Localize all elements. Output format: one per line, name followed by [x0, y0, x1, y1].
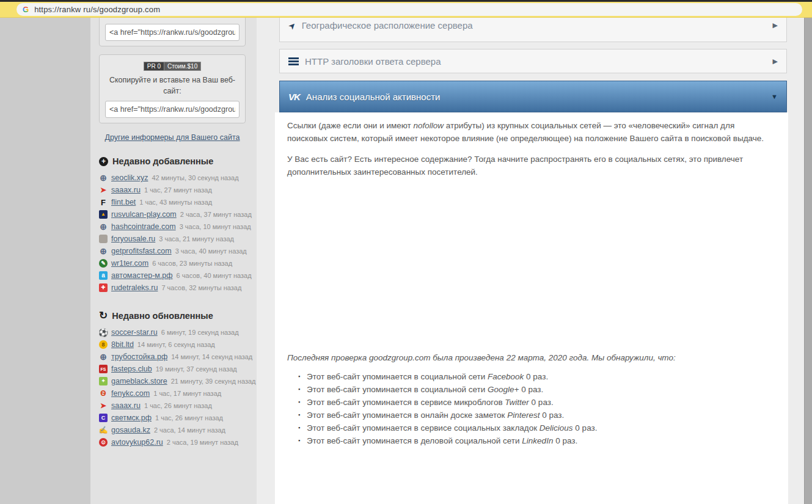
list-item: ✍ gosauda.kz 2 часа, 14 минут назад: [99, 424, 257, 436]
vertical-scrollbar[interactable]: [804, 18, 812, 504]
section-social-activity[interactable]: VK Анализ социальной активности ▼: [279, 81, 787, 112]
favicon-icon: ⊕: [99, 173, 108, 182]
site-link[interactable]: avtovykup62.ru: [111, 438, 163, 447]
favicon-icon: Ѳ: [99, 389, 108, 398]
sidebar: PR 0 Стоим.$10 Скопируйте и вставьте на …: [90, 18, 257, 504]
mention-prefix: Этот веб-сайт упоминается в деловой соци…: [307, 436, 522, 445]
informer-code-input-2[interactable]: [105, 101, 240, 118]
list-item: ⊕ трубостойка.рф 14 минут, 14 секунд наз…: [99, 351, 257, 363]
site-link[interactable]: rusvulcan-play.com: [111, 210, 177, 219]
site-link[interactable]: gosauda.kz: [111, 426, 150, 434]
site-link[interactable]: 8bit.ltd: [111, 340, 134, 349]
site-time: 6 минут, 19 секунд назад: [161, 329, 239, 336]
informer-preview-panel: PR 0 Стоим.$10 Скопируйте и вставьте на …: [99, 54, 246, 123]
mention-count: 0 раз.: [540, 411, 564, 420]
list-item: ✎ wr1ter.com 6 часов, 23 минуты назад: [99, 257, 257, 269]
mention-prefix: Этот веб-сайт упоминается в сервисе микр…: [307, 398, 505, 407]
mention-network: Facebook: [488, 372, 524, 381]
favicon-icon: a: [99, 271, 108, 280]
site-link[interactable]: fenykc.com: [111, 389, 150, 398]
recently-updated-list: ⚽ soccer-star.ru 6 минут, 19 секунд наза…: [99, 326, 257, 448]
site-time: 1 час, 26 минут назад: [144, 402, 212, 409]
site-time: 21 минуту, 39 секунд назад: [171, 378, 256, 385]
list-item: ✦ gameblack.store 21 минуту, 39 секунд н…: [99, 375, 257, 387]
site-time: 6 часов, 23 минуты назад: [152, 260, 232, 267]
site-time: 1 час, 27 минут назад: [144, 186, 212, 194]
paragraph-text: Ссылки (даже если они и имеют: [287, 121, 414, 130]
google-logo-icon: G: [23, 5, 29, 14]
site-link[interactable]: foryousale.ru: [111, 235, 155, 243]
recently-updated-header: ↻ Недавно обновленные: [99, 310, 257, 321]
site-time: 2 часа, 19 минут назад: [167, 439, 238, 446]
favicon-icon: FS: [99, 365, 108, 373]
section-http-headers[interactable]: HTTP заголовки ответа сервера ▶: [279, 49, 787, 73]
nofollow-term: nofollow: [414, 121, 444, 130]
other-informers-link[interactable]: Другие информеры для Вашего сайта: [104, 133, 240, 142]
site-time: 14 минут, 6 секунд назад: [137, 341, 215, 348]
site-time: 7 часов, 32 минуты назад: [161, 284, 241, 291]
site-time: 3 часа, 40 минут назад: [175, 247, 247, 255]
site-time: 6 часов, 40 минут назад: [177, 272, 252, 279]
chevron-right-icon: ▶: [773, 57, 778, 65]
section-title: Анализ социальной активности: [306, 92, 441, 102]
favicon-icon: ✎: [99, 259, 108, 268]
list-item: ⊕ hashcointrade.com 3 часа, 10 минут наз…: [99, 221, 257, 233]
informer-code-input[interactable]: [105, 24, 240, 41]
mention-network: Delicious: [540, 423, 573, 433]
empty-space: [287, 187, 776, 353]
mention-prefix: Этот веб-сайт упоминается в социальной с…: [307, 385, 488, 394]
mention-count: 0 раз.: [553, 436, 577, 445]
section-title: HTTP заголовки ответа сервера: [305, 56, 441, 67]
list-item: a автомастер-м.рф 6 часов, 40 минут наза…: [99, 269, 257, 282]
site-link[interactable]: saaax.ru: [111, 186, 141, 194]
page-url: https://rankw ru/s/goodzgroup.com: [34, 5, 160, 14]
site-link[interactable]: автомастер-м.рф: [111, 271, 173, 280]
mention-item: Этот веб-сайт упоминается в социальной с…: [298, 370, 776, 383]
copy-instruction: Скопируйте и вставьте на Ваш веб-сайт:: [105, 75, 240, 97]
mention-count: 0 раз.: [529, 398, 554, 407]
mentions-list: Этот веб-сайт упоминается в социальной с…: [298, 370, 776, 447]
address-bar-input[interactable]: G https://rankw ru/s/goodzgroup.com: [16, 3, 802, 16]
site-link[interactable]: светмск.рф: [111, 414, 152, 422]
list-item: F flint.bet 1 час, 43 минуты назад: [99, 196, 257, 208]
social-activity-panel: Ссылки (даже если они и имеют nofollow а…: [275, 112, 788, 504]
site-time: 1 час, 17 минут назад: [153, 390, 221, 397]
mention-network: Twitter: [505, 398, 529, 407]
site-link[interactable]: seoclik.xyz: [111, 173, 148, 182]
list-item: ➤ saaax.ru 1 час, 27 минут назад: [99, 184, 257, 196]
site-link[interactable]: gameblack.store: [111, 377, 167, 385]
site-link[interactable]: soccer-star.ru: [111, 328, 158, 337]
favicon-icon: ⊙: [99, 438, 108, 447]
recently-added-header: + Недавно добавленные: [99, 156, 257, 166]
recently-updated-title: Недавно обновленные: [112, 311, 213, 321]
site-time: 1 час, 43 минуты назад: [139, 199, 212, 206]
favicon-icon: ⊕: [99, 247, 108, 255]
mention-network: Pinterest: [507, 411, 540, 420]
site-link[interactable]: hashcointrade.com: [111, 222, 176, 231]
site-time: 1 час, 26 минут назад: [155, 414, 223, 422]
site-link[interactable]: rudetraleks.ru: [111, 283, 158, 292]
list-item: ⊕ seoclik.xyz 42 минуты, 30 секунд назад: [99, 172, 257, 184]
site-link[interactable]: getprofitsfast.com: [111, 247, 172, 255]
mention-prefix: Этот веб-сайт упоминается в сервисе соци…: [307, 423, 540, 433]
refresh-icon: ↻: [99, 310, 108, 321]
favicon-icon: 8: [99, 340, 108, 349]
cost-value: Стоим.$10: [164, 62, 200, 70]
site-link[interactable]: wr1ter.com: [111, 259, 148, 268]
mention-item: Этот веб-сайт упоминается в онлайн доске…: [298, 409, 776, 422]
mention-prefix: Этот веб-сайт упоминается в онлайн доске…: [307, 411, 507, 420]
site-link[interactable]: fasteps.club: [111, 365, 152, 373]
list-item: 8 8bit.ltd 14 минут, 6 секунд назад: [99, 338, 257, 351]
site-link[interactable]: трубостойка.рф: [111, 352, 167, 361]
informer-code-panel: [99, 18, 246, 46]
list-item: ✚ rudetraleks.ru 7 часов, 32 минуты наза…: [99, 282, 257, 294]
site-link[interactable]: flint.bet: [111, 198, 136, 206]
favicon-icon: ▲: [99, 210, 108, 219]
site-time: 19 минут, 37 секунд назад: [156, 365, 237, 373]
list-item: foryousale.ru 3 часа, 21 минуту назад: [99, 233, 257, 245]
recently-added-title: Недавно добавленные: [112, 156, 213, 166]
plus-icon: +: [99, 157, 108, 166]
pr-value: PR 0: [144, 62, 164, 70]
social-advice-paragraph: У Вас есть сайт? Есть интересное содержа…: [287, 153, 776, 179]
site-link[interactable]: saaax.ru: [111, 401, 141, 410]
